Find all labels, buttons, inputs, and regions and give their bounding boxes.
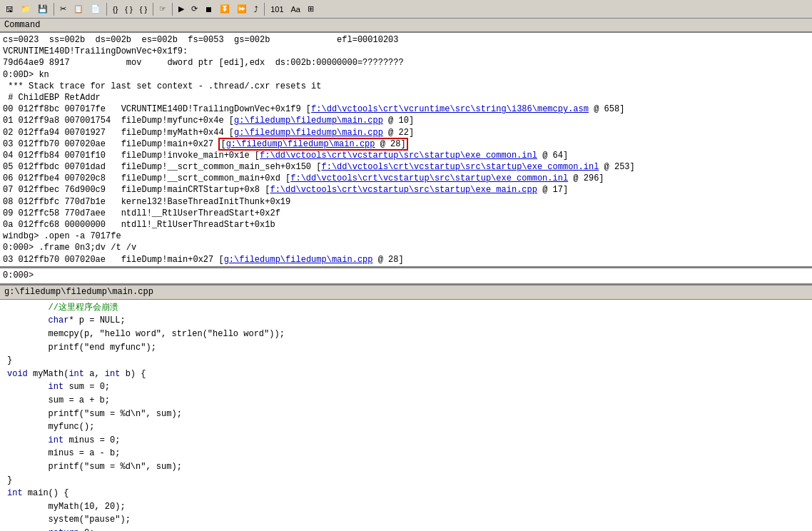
debug-line: 06 012ffbe4 007020c8 fileDump!__scrt_com… [3, 173, 809, 184]
debug-line: 0a 012ffc68 00000000 ntdll!_RtlUserThrea… [3, 219, 809, 231]
toolbar-bp-btn[interactable]: 101 [268, 2, 286, 16]
toolbar-brace2-btn[interactable]: { } [122, 2, 135, 16]
source-line: printf("sum = %d\n", sum); [7, 408, 809, 421]
toolbar-font-btn[interactable]: Aa [288, 2, 303, 16]
debug-line: 00 012ff8bc 007017fe VCRUNTIME140D!Trail… [3, 103, 809, 115]
line-frame3-suffix: @ 28] [373, 255, 404, 265]
debug-line: 04 012ffb84 00701f10 fileDump!invoke_mai… [3, 150, 809, 161]
line-05-prefix: 05 012ffbdc 00701dad fileDump!__scrt_com… [3, 162, 321, 172]
toolbar-restart-btn[interactable]: ⟳ [188, 2, 201, 16]
debug-line: 03 012ffb70 007020ae fileDump!main+0x27 … [3, 138, 809, 150]
line-04-suffix: @ 64] [537, 151, 568, 161]
toolbar-open-btn[interactable]: 📁 [18, 2, 34, 16]
toolbar-windows-btn[interactable]: ⊞ [305, 2, 317, 16]
link-main2[interactable]: g:\filedump\filedump\main.cpp [224, 255, 373, 265]
source-line: printf("end myfunc"); [7, 341, 809, 355]
toolbar-step-btn[interactable]: ⏬ [217, 2, 233, 16]
debug-line: 08 012ffbfc 770d7b1e kernel32!BaseThread… [3, 196, 809, 208]
source-line: void myMath(int a, int b) { [7, 368, 809, 381]
command-bar-label: Command [4, 20, 40, 30]
link-myfunc[interactable]: g:\filedump\filedump\main.cpp [234, 116, 383, 126]
line-02-prefix: 02 012ffa94 00701927 fileDump!myMath+0x4… [3, 128, 234, 138]
debug-line: cs=0023 ss=002b ds=002b es=002b fs=0053 … [3, 34, 809, 46]
line-05-suffix: @ 253] [599, 162, 634, 172]
toolbar-sep-5 [264, 3, 265, 16]
source-line: return 0; [7, 527, 809, 531]
link-invoke[interactable]: f:\dd\vctools\crt\vcstartup\src\startup\… [260, 151, 537, 161]
source-line: printf("sum = %d\n", sum); [7, 460, 809, 474]
source-line: char* p = NULL; [7, 314, 809, 328]
toolbar-sep-2 [106, 3, 107, 16]
filepath-bar: g:\filedump\filedump\main.cpp [0, 285, 812, 300]
toolbar-sep-1 [54, 3, 54, 16]
debug-line: 07 012ffbec 76d900c9 fileDump!mainCRTSta… [3, 184, 809, 196]
debug-line: 05 012ffbdc 00701dad fileDump!__scrt_com… [3, 161, 809, 173]
line-00-suffix: @ 658] [589, 104, 624, 114]
toolbar-cut-btn[interactable]: ✂ [57, 2, 69, 16]
source-line: myMath(10, 20); [7, 500, 809, 514]
source-area: //这里程序会崩溃 char* p = NULL; memcpy(p, "hel… [0, 300, 812, 531]
debug-line: 0:00D> kn [3, 69, 809, 81]
debug-line: # ChildEBP RetAddr [3, 92, 809, 103]
toolbar-stepout-btn[interactable]: ⤴ [251, 2, 261, 16]
line-00-prefix: 00 012ff8bc 007017fe VCRUNTIME140D!Trail… [3, 104, 311, 114]
filepath-label: g:\filedump\filedump\main.cpp [4, 287, 153, 297]
debug-line: 79d64ae9 8917 mov dword ptr [edi],edx ds… [3, 57, 809, 69]
link-crtstart[interactable]: f:\dd\vctools\crt\vcstartup\src\startup\… [270, 185, 537, 195]
toolbar-stop-btn[interactable]: ⏹ [202, 2, 215, 16]
link-main[interactable]: g:\filedump\filedump\main.cpp [226, 139, 375, 149]
link-seh[interactable]: f:\dd\vctools\crt\vcstartup\src\startup\… [321, 162, 599, 172]
debug-output: cs=0023 ss=002b ds=002b es=002b fs=0053 … [0, 33, 812, 268]
link-common[interactable]: f:\dd\vctools\crt\vcstartup\src\startup\… [290, 173, 568, 183]
source-line: system("pause"); [7, 513, 809, 527]
source-line: int main() { [7, 487, 809, 500]
source-line: minus = a - b; [7, 447, 809, 460]
debug-line: VCRUNTIME140D!TrailingDownVec+0x1f9: [3, 46, 809, 57]
line-02-suffix: @ 22] [383, 128, 414, 138]
command-input[interactable] [36, 270, 809, 280]
input-prompt: 0:000> [3, 270, 34, 280]
debug-line: 02 012ffa94 00701927 fileDump!myMath+0x4… [3, 127, 809, 138]
line-01-prefix: 01 012ff9a8 007001754 fileDump!myfunc+0x… [3, 116, 234, 126]
debug-line: 0:000> .frame 0n3;dv /t /v [3, 242, 809, 253]
line-07-suffix: @ 17] [537, 185, 568, 195]
source-line: int sum = 0; [7, 380, 809, 394]
link-mymath[interactable]: g:\filedump\filedump\main.cpp [234, 128, 383, 138]
toolbar-run-btn[interactable]: ▶ [176, 2, 187, 16]
debug-line: 09 012ffc58 770d7aee ntdll!__RtlUserThre… [3, 208, 809, 219]
toolbar-sep-3 [153, 3, 153, 16]
toolbar-brace1-btn[interactable]: {} [110, 2, 121, 16]
toolbar-save-btn[interactable]: 💾 [35, 2, 51, 16]
toolbar-copy-btn[interactable]: 📋 [71, 2, 86, 16]
line-04-prefix: 04 012ffb84 00701f10 fileDump!invoke_mai… [3, 151, 260, 161]
toolbar-stepover-btn[interactable]: ⏩ [234, 2, 250, 16]
toolbar-pointer-btn[interactable]: ☞ [156, 2, 169, 16]
debug-line: 01 012ff9a8 007001754 fileDump!myfunc+0x… [3, 115, 809, 126]
source-line: memcpy(p, "hello word", strlen("hello wo… [7, 328, 809, 341]
command-bar: Command [0, 19, 812, 33]
debug-line: windbg> .open -a 7017fe [3, 231, 809, 242]
input-area: 0:000> [0, 268, 812, 285]
highlight-main: [g:\filedump\filedump\main.cpp @ 28] [218, 138, 407, 151]
debug-line: 03 012ffb70 007020ae fileDump!main+0x27 … [3, 254, 809, 266]
source-line: //这里程序会崩溃 [7, 301, 809, 315]
source-line: myfunc(); [7, 420, 809, 434]
toolbar: 🖫 📁 💾 ✂ 📋 📄 {} { } { } ☞ ▶ ⟳ ⏹ ⏬ ⏩ ⤴ 101… [0, 0, 812, 19]
source-line: } [7, 474, 809, 487]
source-line: sum = a + b; [7, 394, 809, 408]
line-01-suffix: @ 10] [383, 116, 414, 126]
source-line: } [7, 354, 809, 368]
toolbar-brace3-btn[interactable]: { } [137, 2, 150, 16]
link-memcpy[interactable]: f:\dd\vctools\crt\vcruntime\src\string\i… [311, 104, 589, 114]
debug-line: *** Stack trace for last set context - .… [3, 81, 809, 92]
line-frame3-prefix: 03 012ffb70 007020ae fileDump!main+0x27 … [3, 255, 224, 265]
source-line: int minus = 0; [7, 434, 809, 447]
line-06-suffix: @ 296] [568, 173, 604, 183]
toolbar-sep-4 [172, 3, 173, 16]
toolbar-paste-btn[interactable]: 📄 [88, 2, 103, 16]
line-07-prefix: 07 012ffbec 76d900c9 fileDump!mainCRTSta… [3, 185, 270, 195]
line-03-prefix: 03 012ffb70 007020ae fileDump!main+0x27 [3, 139, 218, 149]
toolbar-new-btn[interactable]: 🖫 [3, 2, 16, 16]
line-06-prefix: 06 012ffbe4 007020c8 fileDump!__scrt_com… [3, 173, 290, 183]
